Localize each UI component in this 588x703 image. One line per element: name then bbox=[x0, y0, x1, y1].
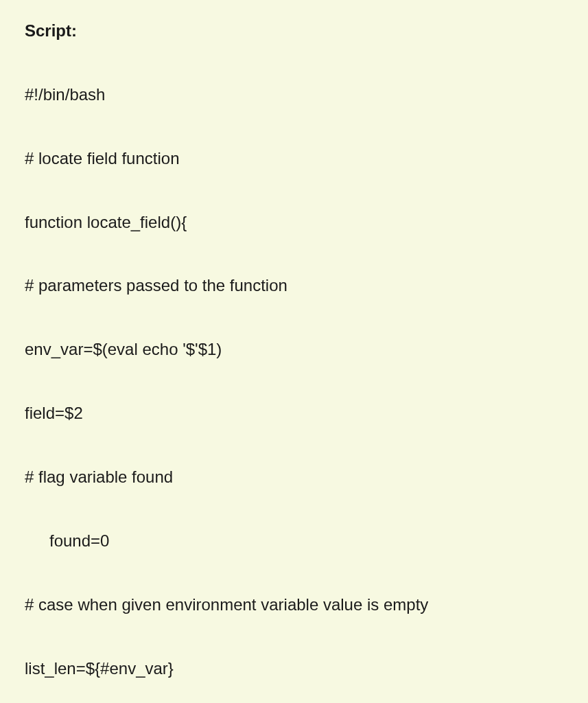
code-line: function locate_field(){ bbox=[25, 212, 567, 233]
code-line: found=0 bbox=[25, 531, 567, 552]
code-line: field=$2 bbox=[25, 403, 567, 424]
code-line: # parameters passed to the function bbox=[25, 275, 567, 297]
script-block: Script: #!/bin/bash # locate field funct… bbox=[25, 21, 567, 703]
code-line: # case when given environment variable v… bbox=[25, 595, 567, 616]
script-label: Script: bbox=[25, 21, 77, 40]
code-line: #!/bin/bash bbox=[25, 84, 567, 106]
code-block: #!/bin/bash # locate field function func… bbox=[25, 42, 567, 703]
code-line: # locate field function bbox=[25, 148, 567, 170]
code-line: # flag variable found bbox=[25, 467, 567, 488]
code-line: list_len=${#env_var} bbox=[25, 658, 567, 680]
code-line: env_var=$(eval echo '$'$1) bbox=[25, 339, 567, 360]
